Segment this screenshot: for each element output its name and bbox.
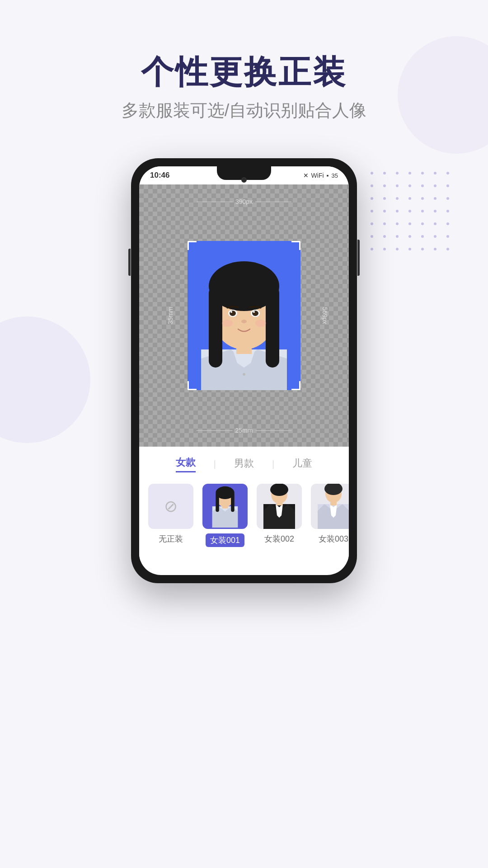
outfit-label-003: 女装003 — [319, 533, 348, 544]
outfit-thumb-003[interactable] — [311, 484, 349, 529]
wifi-icon: ✕ — [303, 172, 309, 179]
outfit-thumb-none[interactable]: ⊘ — [148, 484, 193, 529]
outfit-thumb-002[interactable] — [257, 484, 302, 529]
outfit-003-image — [311, 484, 349, 529]
svg-rect-28 — [216, 493, 219, 512]
phone-notch — [217, 166, 271, 180]
svg-point-13 — [230, 311, 236, 316]
svg-point-5 — [243, 373, 245, 376]
outfit-item-003[interactable]: 女装003 — [311, 484, 349, 544]
dimension-height-mm: 35mm — [167, 307, 174, 325]
svg-rect-29 — [231, 493, 235, 512]
svg-point-37 — [270, 484, 288, 496]
outfit-item-none[interactable]: ⊘ 无正装 — [148, 484, 193, 544]
corner-tr — [291, 241, 300, 250]
outfit-thumb-001[interactable] — [202, 484, 248, 529]
svg-point-17 — [253, 311, 255, 313]
outfit-label-none: 无正装 — [159, 533, 183, 544]
svg-point-11 — [211, 271, 277, 309]
tab-male[interactable]: 男款 — [234, 457, 254, 472]
outfit-label-001: 女装001 — [206, 533, 244, 547]
phone-camera — [241, 177, 247, 183]
photo-edit-area: 390px 35mm 569px 25mm — [139, 184, 349, 447]
header-section: 个性更换正装 多款服装可选/自动识别贴合人像 — [0, 0, 488, 122]
tab-children[interactable]: 儿童 — [292, 457, 312, 472]
svg-point-18 — [241, 320, 247, 323]
phone-btn-right — [357, 240, 360, 276]
status-time: 10:46 — [150, 171, 169, 180]
phone-btn-left — [128, 249, 131, 276]
no-outfit-icon: ⊘ — [164, 497, 178, 516]
svg-point-20 — [255, 320, 266, 327]
photo-card — [188, 241, 300, 390]
outfit-001-image — [204, 484, 246, 529]
corner-tl — [188, 241, 197, 250]
svg-point-16 — [252, 311, 258, 316]
wifi-on-icon: WiFi — [311, 172, 324, 179]
tab-divider-1: | — [214, 459, 216, 469]
corner-bl — [188, 381, 197, 390]
tab-divider-2: | — [272, 459, 274, 469]
corner-br — [291, 381, 300, 390]
sub-title: 多款服装可选/自动识别贴合人像 — [0, 99, 488, 122]
dimension-width-mm: 25mm — [197, 427, 292, 434]
outfit-002-image — [257, 484, 302, 529]
outfit-options: ⊘ 无正装 — [139, 479, 349, 561]
outfit-label-002: 女装002 — [264, 533, 294, 544]
svg-point-19 — [222, 320, 233, 327]
outfit-item-001[interactable]: 女装001 — [202, 484, 248, 547]
phone-mockup: 10:46 ✕ WiFi ▪ 35 390px — [131, 158, 357, 583]
battery-level: 35 — [332, 172, 338, 179]
status-icons: ✕ WiFi ▪ 35 — [303, 172, 338, 179]
outfit-tabs: 女款 | 男款 | 儿童 — [139, 447, 349, 479]
phone-container: 10:46 ✕ WiFi ▪ 35 390px — [0, 158, 488, 583]
battery-icon: 35 — [332, 172, 338, 179]
tab-female[interactable]: 女款 — [176, 456, 196, 472]
main-title: 个性更换正装 — [0, 54, 488, 90]
person-avatar — [188, 241, 300, 390]
dimension-height-px: 569px — [321, 307, 328, 324]
outfit-item-002[interactable]: 女装002 — [257, 484, 302, 544]
svg-point-14 — [230, 311, 232, 313]
phone-screen: 10:46 ✕ WiFi ▪ 35 390px — [139, 166, 349, 575]
signal-icon: ▪ — [327, 172, 329, 179]
dimension-width-px: 390px — [197, 198, 291, 205]
